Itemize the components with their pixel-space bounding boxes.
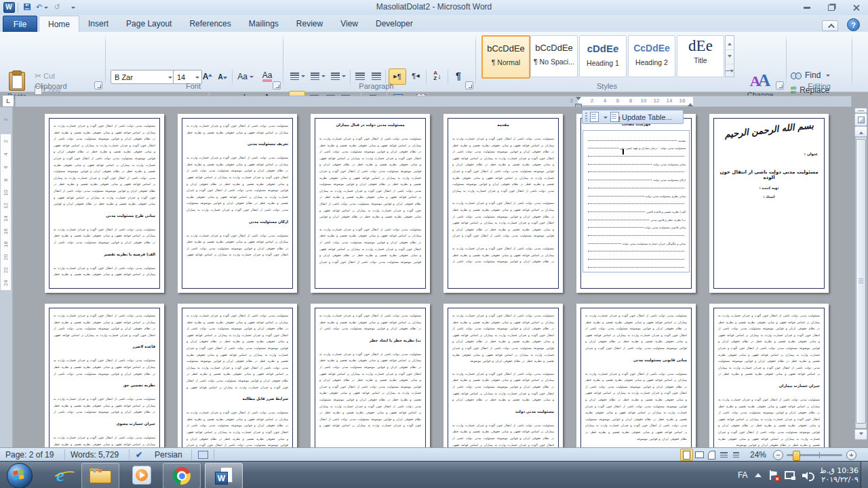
toc-document-icon[interactable] xyxy=(590,112,599,122)
outline-view-button[interactable] xyxy=(718,449,730,460)
document-page-text[interactable]: مسئولیت مدنی دولت ناشی از انتقال خون آلو… xyxy=(45,114,164,293)
minimize-button[interactable] xyxy=(800,3,814,12)
vertical-scrollbar[interactable] xyxy=(854,107,866,447)
sort-button[interactable]: AZ ↓ xyxy=(429,69,446,83)
tab-mailings[interactable]: Mailings xyxy=(240,16,288,32)
document-page-text[interactable]: مسئولیت مدنی دولت ناشی از انتقال خون آلو… xyxy=(576,304,696,447)
show-hide-pilcrow-button[interactable]: ¶ xyxy=(451,69,466,83)
shrink-font-button[interactable]: A xyxy=(216,70,229,83)
paragraph-dialog-launcher[interactable] xyxy=(465,81,473,89)
zoom-slider-thumb[interactable] xyxy=(793,451,800,461)
vertical-ruler[interactable]: 2 24681012141618202224 xyxy=(0,107,13,447)
grow-font-button[interactable]: A xyxy=(201,70,214,83)
update-table-icon[interactable] xyxy=(610,112,619,122)
volume-icon[interactable] xyxy=(802,471,813,480)
page-indicator[interactable]: Page: 2 of 19 xyxy=(5,448,54,462)
tab-references[interactable]: References xyxy=(180,16,239,32)
style--no-spaci-[interactable]: bCcDdEe¶ No Spaci... xyxy=(530,35,578,77)
styles-dialog-launcher[interactable] xyxy=(776,81,784,89)
toc-field[interactable]: مقدمهمسئولیت مدنی دولت - درمان بیماران و… xyxy=(583,130,690,272)
scroll-down-button[interactable] xyxy=(854,429,867,440)
bullets-button[interactable] xyxy=(289,69,307,83)
document-page-toc[interactable]: فهرست مطالبمقدمهمسئولیت مدنی دولت - درما… xyxy=(576,114,696,293)
close-button[interactable] xyxy=(849,3,863,12)
action-center-flag-icon[interactable]: ✕ xyxy=(768,470,778,480)
tab-view[interactable]: View xyxy=(332,16,367,32)
taskbar-file-explorer[interactable] xyxy=(81,463,119,488)
scrollbar-track[interactable] xyxy=(855,137,867,428)
split-handle[interactable] xyxy=(854,108,867,113)
document-area[interactable]: 2 24681012141618202224 مسئولیت مدنی دولت… xyxy=(0,107,868,447)
gallery-down-icon[interactable] xyxy=(726,50,734,64)
scroll-up-button[interactable] xyxy=(854,126,867,137)
styles-gallery-scrollbar[interactable] xyxy=(725,35,734,77)
minimize-ribbon-button[interactable] xyxy=(822,20,838,31)
toolbar-grip-icon[interactable] xyxy=(585,113,587,121)
document-page-cover[interactable]: بسم الله الرحمن الرحیمعنوان :مسئولیت مدن… xyxy=(709,114,829,293)
draft-view-button[interactable] xyxy=(730,449,742,460)
gallery-more-icon[interactable] xyxy=(726,64,734,78)
ruler-toggle-button[interactable] xyxy=(854,113,867,126)
style-title[interactable]: dEeTitle xyxy=(677,35,724,77)
tab-file[interactable]: File xyxy=(3,16,37,33)
document-page-text[interactable]: مسئولیت مدنی دولت ناشی از انتقال خون آلو… xyxy=(443,304,563,447)
style-heading-1[interactable]: cDdEeHeading 1 xyxy=(579,35,627,77)
paragraph-gap xyxy=(54,351,155,357)
numbering-button[interactable] xyxy=(309,69,327,83)
tab-home[interactable]: Home xyxy=(39,16,79,33)
zoom-level[interactable]: 24% xyxy=(750,448,766,462)
gallery-up-icon[interactable] xyxy=(726,36,734,50)
document-page-text[interactable]: مسئولیت مدنی دولت ناشی از انتقال خون آلو… xyxy=(178,304,297,447)
font-dialog-launcher[interactable] xyxy=(273,81,281,89)
show-desktop-button[interactable] xyxy=(861,462,868,488)
print-layout-view-button[interactable] xyxy=(680,449,693,461)
document-page-text[interactable]: مسئولیت مدنی دولت ناشی از انتقال خون آلو… xyxy=(311,304,430,447)
web-layout-view-button[interactable] xyxy=(706,449,717,460)
style-heading-2[interactable]: CcDdEeHeading 2 xyxy=(628,35,675,77)
horizontal-ruler[interactable]: 2 246810121416 xyxy=(15,96,852,107)
tab-stop-selector[interactable]: L xyxy=(2,95,14,107)
scrollbar-thumb[interactable] xyxy=(856,139,866,424)
tab-review[interactable]: Review xyxy=(288,16,332,32)
vruler-number: 20 xyxy=(3,253,9,262)
show-hidden-icons-icon[interactable] xyxy=(755,470,762,477)
clock[interactable]: 10:36 ق.ظ ۲۰۱۹/۲۲/۰۹ xyxy=(820,466,859,484)
language-bar[interactable]: FA xyxy=(738,470,748,480)
taskbar-media-player[interactable] xyxy=(123,463,160,487)
document-page-text[interactable]: مسئولیت مدنی دولت ناشی از انتقال خون آلو… xyxy=(45,304,164,447)
update-table-toolbar[interactable]: Update Table... xyxy=(582,110,684,124)
decrease-indent-button[interactable] xyxy=(353,69,367,83)
style--normal[interactable]: bCcDdEe¶ Normal xyxy=(481,35,530,79)
multilevel-list-button[interactable] xyxy=(330,69,347,83)
document-page-text[interactable]: مقدمهمسئولیت مدنی دولت ناشی از انتقال خو… xyxy=(443,114,563,293)
zoom-out-button[interactable]: − xyxy=(773,450,783,460)
document-page-text[interactable]: مسئولیت مدنی دولت ناشی از انتقال خون آلو… xyxy=(709,304,829,447)
taskbar-word[interactable]: W xyxy=(205,463,243,488)
increase-indent-button[interactable] xyxy=(370,69,383,83)
document-page-text[interactable]: مسئولیت مدنی دولت ناشی از انتقال خون آلو… xyxy=(178,114,297,293)
document-page-text[interactable]: مسئولیت مدنی دولت در قبال بیمارانمسئولیت… xyxy=(311,114,430,293)
network-icon[interactable] xyxy=(785,471,795,480)
find-button[interactable]: Find xyxy=(791,69,830,81)
rtl-direction-button[interactable]: ¶◀ xyxy=(408,68,424,83)
toc-dropdown-icon[interactable] xyxy=(604,117,608,121)
zoom-in-button[interactable]: + xyxy=(846,450,856,460)
fullscreen-reading-view-button[interactable] xyxy=(694,449,705,460)
help-button[interactable]: ? xyxy=(847,18,860,31)
right-indent-marker[interactable] xyxy=(688,100,693,106)
word-count[interactable]: Words: 5,729 xyxy=(71,448,119,462)
tab-page-layout[interactable]: Page Layout xyxy=(117,16,180,32)
cut-button[interactable]: ✂ Cut xyxy=(33,69,80,83)
tab-developer[interactable]: Developer xyxy=(367,16,422,32)
restore-button[interactable] xyxy=(825,3,838,12)
taskbar-chrome[interactable] xyxy=(163,463,201,488)
update-table-label[interactable]: Update Table... xyxy=(622,113,672,121)
macro-record-button[interactable] xyxy=(198,448,208,462)
proofing-status[interactable]: ✔ xyxy=(136,448,142,462)
language-indicator[interactable]: Persian xyxy=(155,448,182,462)
clipboard-dialog-launcher[interactable] xyxy=(94,81,102,89)
start-button[interactable] xyxy=(7,463,33,488)
taskbar-internet-explorer[interactable]: e xyxy=(42,463,79,487)
tab-insert[interactable]: Insert xyxy=(79,16,117,32)
change-case-button[interactable]: Aa xyxy=(236,70,255,83)
